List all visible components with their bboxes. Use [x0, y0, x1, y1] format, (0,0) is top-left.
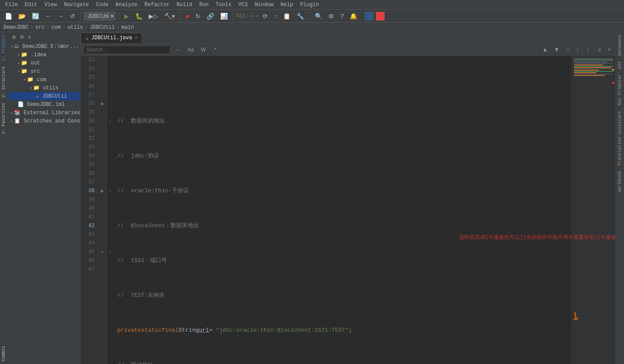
git-commit-button[interactable]: ↑	[272, 11, 279, 21]
editor-tab-label: JDBCUtil.java	[91, 35, 132, 41]
line-41: 41	[82, 213, 95, 221]
debug-button[interactable]: 🐛	[133, 11, 145, 21]
folder-utils-icon: 📁	[33, 85, 40, 91]
back-button[interactable]: ←	[43, 11, 54, 21]
menu-file[interactable]: File	[3, 1, 20, 9]
fold-markers: ▾ ▾ ▾	[107, 56, 113, 364]
git-history-button[interactable]: 📋	[281, 11, 293, 21]
ant-tab[interactable]: Ant	[616, 58, 624, 71]
recent-button[interactable]: ↺	[68, 11, 77, 21]
code-content[interactable]: // 数据库的地址 // jdbc:协议 // oracle:thin-子协议 …	[113, 56, 572, 364]
search-word-btn[interactable]: W	[199, 46, 208, 54]
code-editor[interactable]: 23 24 25 26 27 28 29 30 31 32 33 34 35 3…	[81, 56, 615, 364]
tree-item-com[interactable]: ▾ 📁 com	[9, 75, 80, 84]
build-more-button[interactable]: 🔨▾	[162, 11, 177, 21]
search-opt-arrow[interactable]: →	[173, 46, 183, 54]
menu-edit[interactable]: Edit	[22, 1, 40, 9]
vcs-tool-button[interactable]: 🔧	[294, 11, 306, 21]
menu-refactor[interactable]: Refactor	[142, 1, 172, 9]
menu-build[interactable]: Build	[174, 1, 195, 9]
tree-item-idea[interactable]: ▸ 📁 .idea	[9, 51, 80, 59]
favorites-tab[interactable]: 2: Favorites	[0, 100, 8, 137]
tree-locate-btn[interactable]: ⊕	[10, 34, 17, 41]
left-vertical-tabs: 1: Project 2: Structure 2: Favorites Com…	[0, 32, 9, 364]
menu-analyze[interactable]: Analyze	[113, 1, 140, 9]
structure-tab[interactable]: 2: Structure	[0, 64, 8, 100]
breadcrumb-part-3[interactable]: utils	[67, 24, 83, 31]
menu-navigate[interactable]: Navigate	[61, 1, 92, 9]
tree-filter-btn[interactable]: ≡	[27, 34, 32, 41]
editor-tab-jdbcutil[interactable]: ☕ JDBCUtil.java ×	[81, 33, 142, 43]
key-promoter-tab[interactable]: Key Promoter	[616, 71, 624, 108]
search-filter-btn2[interactable]: ≡	[596, 46, 603, 54]
run-icon-38[interactable]: ▶	[101, 188, 104, 194]
git-check-icon: ✓	[251, 13, 254, 19]
stop-button[interactable]: ■	[184, 11, 191, 21]
search-settings-btn[interactable]: ⋮	[583, 46, 593, 54]
profile-button[interactable]: 📊	[218, 11, 230, 21]
database-tab[interactable]: Database	[616, 32, 624, 58]
search-wrap-btn[interactable]: ↕	[574, 46, 581, 54]
run-button[interactable]: ▶	[122, 11, 131, 21]
search-close-btn2[interactable]: □	[564, 46, 571, 54]
menu-window[interactable]: Window	[252, 1, 276, 9]
menu-vcs[interactable]: VCS	[236, 1, 251, 9]
project-tab[interactable]: 1: Project	[0, 32, 8, 64]
menu-tools[interactable]: Tools	[213, 1, 234, 9]
rerun-button[interactable]: ↻	[193, 11, 203, 21]
forward-button[interactable]: →	[55, 11, 66, 21]
menu-view[interactable]: View	[42, 1, 60, 9]
run-config-button[interactable]: JDBCUtil ▾	[84, 12, 116, 20]
menu-code[interactable]: Code	[93, 1, 111, 9]
tree-item-out[interactable]: ▸ 📁 out	[9, 59, 80, 67]
notification-button[interactable]: 🔔	[348, 11, 359, 21]
folder-icon: 🗂	[14, 43, 19, 50]
code-line-29: // TEST:实例名	[117, 291, 567, 300]
tree-item-project[interactable]: ▾ 🗂 DemoJDBC E:\Wor...	[9, 42, 80, 51]
editor-tab-close[interactable]: ×	[135, 35, 138, 41]
line-24: 24	[82, 65, 95, 73]
breadcrumb-part-1[interactable]: src	[35, 24, 45, 31]
menu-help[interactable]: Help	[278, 1, 296, 9]
search-input[interactable]	[83, 45, 170, 54]
search-close-btn[interactable]: ×	[606, 46, 613, 53]
menu-plugin[interactable]: Plugin	[297, 1, 321, 9]
tree-item-scratches[interactable]: ▸ 📋 Scratches and Cons	[9, 117, 80, 125]
tree-item-utils[interactable]: ▾ 📁 utils	[9, 84, 80, 92]
settings-button[interactable]: ⚙	[326, 11, 336, 21]
breadcrumb-part-4[interactable]: JDBCUtil	[90, 24, 115, 31]
search-prev-btn[interactable]: ▲	[540, 46, 549, 53]
tree-settings-btn[interactable]: ⚙	[18, 34, 26, 41]
tree-item-jdbcutil[interactable]: ☕ JDBCUtil	[9, 92, 80, 100]
separator-2	[119, 12, 119, 20]
menu-run[interactable]: Run	[197, 1, 211, 9]
breadcrumb-part-5[interactable]: main	[121, 24, 134, 31]
sync-button[interactable]: 🔄	[30, 11, 41, 21]
breadcrumb-part-2[interactable]: com	[51, 24, 61, 31]
tree-item-src[interactable]: ▾ 📁 src	[9, 67, 80, 75]
toolbar: 📄 📂 🔄 ← → ↺ JDBCUtil ▾ ▶ 🐛 ▶▷ 🔨▾ ■ ↻ 🔗 📊…	[0, 10, 624, 23]
breadcrumb-part-0[interactable]: DemoJDBC	[3, 24, 29, 31]
breadcrumb: DemoJDBC › src › com › utils › JDBCUtil …	[0, 23, 624, 32]
search-everywhere-button[interactable]: 🔍	[313, 11, 324, 21]
open-file-button[interactable]: 📂	[16, 11, 28, 21]
java-tab-icon: ☕	[85, 35, 89, 41]
help-action-button[interactable]: ?	[338, 11, 346, 21]
attach-debugger-button[interactable]: 🔗	[205, 11, 216, 21]
search-regex-btn[interactable]: .*	[211, 46, 218, 54]
tree-label-src: src	[31, 68, 40, 75]
workbook-tab[interactable]: Workbook	[616, 168, 624, 194]
tree-label-out: out	[31, 60, 40, 66]
new-file-button[interactable]: 📄	[3, 11, 14, 21]
line-45: 45	[82, 248, 95, 256]
close-x-icon[interactable]: ×	[616, 161, 622, 167]
search-next-btn[interactable]: ▼	[552, 46, 561, 53]
editor-area: ☕ JDBCUtil.java × → Aa W .* ▲ ▼ □ ↕ ⋮ ≡ …	[81, 32, 615, 364]
search-case-btn[interactable]: Aa	[185, 46, 196, 54]
commit-tab[interactable]: Commit	[0, 343, 7, 364]
tree-item-external[interactable]: ▸ 📚 External Libraries	[9, 109, 80, 117]
git-update-button[interactable]: ⟳	[260, 11, 270, 21]
translation-assistant-tab[interactable]: Translation Assistant ×	[616, 108, 624, 168]
tree-item-iml[interactable]: 📄 DemoJDBC.iml	[9, 100, 80, 109]
run-with-coverage-button[interactable]: ▶▷	[147, 11, 160, 21]
